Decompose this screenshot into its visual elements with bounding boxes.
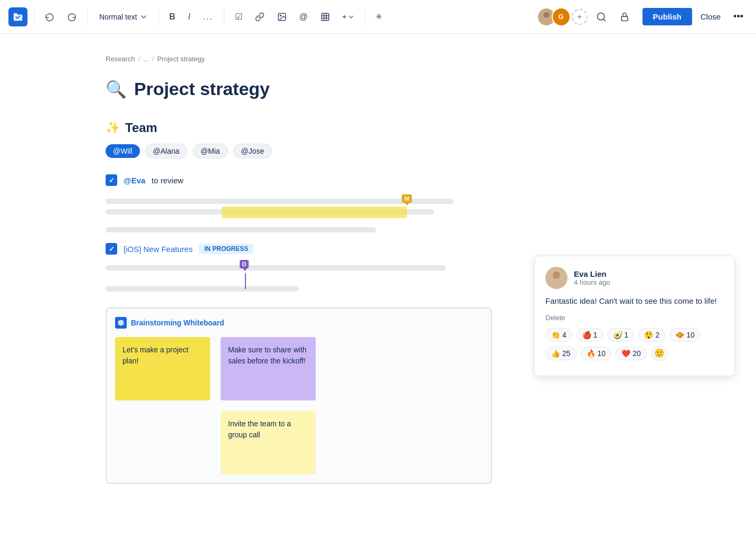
page-title-row: 🔍 Project strategy — [106, 79, 492, 99]
mention-alana[interactable]: @Alana — [145, 144, 187, 158]
collaborators-group: G + — [537, 7, 588, 26]
task-action: to review — [152, 176, 183, 185]
sticky-notes-row: Let's make a project plan! Make sure to … — [115, 337, 483, 474]
more-options-button[interactable]: ••• — [729, 8, 748, 25]
sticky-note-2[interactable]: Invite the team to a group call — [221, 411, 316, 474]
cursor-d-row: D — [106, 276, 492, 286]
reaction-clap-count: 4 — [562, 331, 566, 339]
task-item-link[interactable]: [iOS] New Features — [124, 245, 193, 254]
page-title[interactable]: Project strategy — [134, 79, 270, 99]
reaction-clap[interactable]: 👏 4 — [545, 328, 572, 342]
toolbar-divider-4 — [224, 8, 224, 25]
svg-point-4 — [543, 12, 549, 18]
toolbar-divider-3 — [158, 8, 159, 25]
breadcrumb-research[interactable]: Research — [106, 55, 135, 63]
status-badge: IN PROGRESS — [199, 244, 253, 254]
whiteboard-section: Brainstorming Whiteboard Let's make a pr… — [106, 307, 492, 484]
publish-button[interactable]: Publish — [642, 8, 692, 25]
reaction-thumbsup-emoji: 👍 — [551, 349, 560, 358]
reaction-tomato-count: 1 — [593, 331, 598, 339]
sticky-note-1[interactable]: Make sure to share with sales before the… — [221, 337, 316, 400]
app-logo[interactable] — [8, 7, 27, 26]
team-heading: ✨ Team — [106, 120, 492, 135]
task-assignee[interactable]: @Eva — [124, 176, 145, 185]
at-icon: @ — [299, 12, 308, 22]
reaction-thumbsup[interactable]: 👍 25 — [545, 347, 577, 360]
close-button[interactable]: Close — [696, 8, 725, 25]
whiteboard-title[interactable]: Brainstorming Whiteboard — [131, 319, 224, 327]
breadcrumb: Research / ... / Project strategy — [106, 55, 492, 63]
comment-delete-link[interactable]: Delete — [545, 314, 724, 322]
reaction-surprised-emoji: 😲 — [644, 331, 653, 339]
cursor-d-section: D — [106, 265, 492, 292]
add-collaborator-button[interactable]: + — [572, 9, 588, 25]
toolbar-divider-5 — [364, 8, 365, 25]
commenter-avatar-image — [545, 267, 568, 289]
add-reaction-button[interactable]: 🙂 — [651, 346, 668, 361]
ai-button[interactable]: ✳ — [371, 8, 386, 25]
insert-button[interactable]: + — [338, 10, 358, 24]
link-button[interactable] — [251, 9, 269, 25]
comment-author-info: Eva Lien 4 hours ago — [574, 269, 610, 286]
image-button[interactable] — [273, 9, 291, 25]
table-icon — [320, 12, 330, 22]
comment-panel: Eva Lien 4 hours ago Fantastic idea! Can… — [534, 34, 756, 542]
mention-jose[interactable]: @Jose — [233, 144, 272, 158]
restrict-button[interactable] — [615, 8, 634, 25]
whiteboard-gap2 — [115, 411, 210, 474]
comment-time: 4 hours ago — [574, 278, 610, 286]
reaction-fire[interactable]: 🔥 10 — [581, 347, 612, 360]
reaction-avocado-emoji: 🥑 — [613, 331, 622, 339]
search-button[interactable] — [592, 8, 611, 25]
insert-icon: + — [343, 13, 347, 21]
mention-button[interactable]: @ — [295, 9, 312, 25]
svg-point-1 — [280, 15, 281, 16]
text-style-selector[interactable]: Normal text — [94, 10, 152, 24]
reaction-waffle-count: 10 — [686, 331, 695, 339]
checkbox-icon: ☑ — [235, 12, 242, 22]
toolbar: Normal text B I ... ☑ @ — [0, 0, 756, 34]
main-content: Research / ... / Project strategy 🔍 Proj… — [0, 34, 756, 542]
task-checkbox[interactable] — [106, 174, 117, 186]
table-button[interactable] — [316, 9, 334, 25]
redo-button[interactable] — [63, 9, 81, 25]
bold-button[interactable]: B — [165, 9, 180, 25]
comment-card: Eva Lien 4 hours ago Fantastic idea! Can… — [534, 256, 735, 376]
reaction-surprised-count: 2 — [655, 331, 659, 339]
more-formats-button[interactable]: ... — [199, 9, 218, 25]
comment-text: Fantastic idea! Can't wait to see this c… — [545, 295, 724, 307]
reactions-row-2: 👍 25 🔥 10 ❤️ 20 🙂 — [545, 346, 724, 361]
reaction-avocado[interactable]: 🥑 1 — [608, 328, 635, 342]
cursor-m: M — [402, 194, 412, 203]
editor-area[interactable]: Research / ... / Project strategy 🔍 Proj… — [0, 34, 534, 542]
checkbox-button[interactable]: ☑ — [231, 8, 247, 25]
breadcrumb-sep-2: / — [152, 55, 154, 63]
reaction-clap-emoji: 👏 — [551, 331, 560, 339]
task-item-row: [iOS] New Features IN PROGRESS — [106, 243, 492, 255]
placeholder-line-4 — [106, 286, 299, 292]
breadcrumb-sep-1: / — [138, 55, 140, 63]
mention-will[interactable]: @Will — [106, 144, 140, 158]
add-reaction-icon: 🙂 — [654, 348, 665, 358]
reaction-heart[interactable]: ❤️ 20 — [616, 347, 647, 360]
sticky-note-0[interactable]: Let's make a project plan! — [115, 337, 210, 400]
user-avatar-g: G — [552, 7, 571, 26]
reaction-heart-count: 20 — [632, 349, 641, 358]
reaction-waffle[interactable]: 🧇 10 — [669, 328, 701, 342]
whiteboard-gap — [326, 337, 421, 400]
whiteboard-logo-icon — [117, 319, 125, 326]
italic-button[interactable]: I — [184, 9, 194, 25]
task-item-checkbox[interactable] — [106, 243, 117, 255]
highlighted-line-row: M — [106, 209, 492, 222]
breadcrumb-ellipsis[interactable]: ... — [143, 55, 149, 63]
chevron-down-icon — [140, 14, 147, 20]
mention-mia[interactable]: @Mia — [193, 144, 228, 158]
undo-button[interactable] — [41, 9, 59, 25]
reaction-waffle-emoji: 🧇 — [675, 331, 684, 339]
link-icon — [255, 12, 264, 22]
reaction-tomato[interactable]: 🍎 1 — [577, 328, 603, 342]
reaction-fire-count: 10 — [598, 349, 606, 358]
reaction-surprised[interactable]: 😲 2 — [638, 328, 665, 342]
team-section: ✨ Team @Will @Alana @Mia @Jose — [106, 120, 492, 158]
search-icon — [596, 12, 607, 22]
